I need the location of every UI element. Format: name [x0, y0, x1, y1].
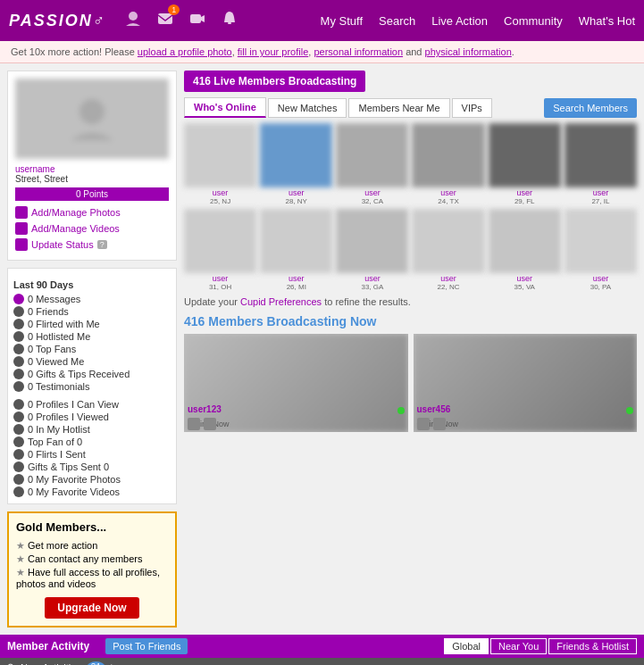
messages-icon[interactable]: 1: [156, 10, 174, 31]
add-videos-action[interactable]: Add/Manage Videos: [15, 220, 169, 237]
gold-perk-3: Have full access to all profiles, photos…: [16, 566, 168, 590]
broadcast-card-1[interactable]: user123 Online Now: [184, 334, 408, 432]
broadcast-online-dot-2: [626, 407, 633, 414]
stat-hotlist: 0 In My Hotlist: [13, 423, 171, 436]
list-item[interactable]: user 24, TX: [412, 123, 484, 205]
avatar-icon[interactable]: [124, 10, 142, 31]
bell-icon[interactable]: [221, 10, 238, 31]
stats-box: Last 90 Days 0 Messages 0 Friends 0 Flir…: [7, 268, 177, 504]
profiles-viewed-icon: [13, 411, 24, 422]
bottom-tab-global[interactable]: Global: [444, 638, 489, 654]
flirted-stat-icon: [13, 319, 24, 329]
member-photo-11: [489, 209, 561, 273]
list-item[interactable]: user 32, CA: [336, 123, 408, 205]
tab-whos-online[interactable]: Who's Online: [184, 97, 266, 118]
broadcast-action-icons-2: [417, 418, 446, 430]
bottom-tab-friends-hotlist[interactable]: Friends & Hotlist: [548, 638, 637, 654]
friends-stat-icon: [13, 306, 24, 317]
member-name-12: user: [565, 274, 637, 283]
member-name-11: user: [489, 274, 561, 283]
bottom-tab-near-you[interactable]: Near You: [490, 638, 547, 654]
tab-vips[interactable]: VIPs: [452, 98, 492, 118]
tab-members-near-me[interactable]: Members Near Me: [348, 98, 449, 118]
list-item[interactable]: user 27, IL: [565, 123, 637, 205]
nav-community[interactable]: Community: [504, 14, 563, 28]
broadcast-action-icons-1: [188, 418, 216, 430]
live-count-badge: 416 Live Members Broadcasting: [184, 71, 365, 92]
list-item[interactable]: user 28, NY: [260, 123, 332, 205]
member-photo-2: [260, 123, 332, 187]
activity-count-badge: 31: [87, 661, 105, 665]
upgrade-now-button[interactable]: Upgrade Now: [45, 597, 138, 619]
svg-point-5: [79, 99, 105, 124]
update-status-link[interactable]: Update Status: [31, 239, 94, 250]
profile-avatar[interactable]: [15, 79, 169, 159]
member-photo-4: [412, 123, 484, 187]
gold-title: Gold Members...: [16, 520, 168, 534]
svg-marker-3: [201, 15, 205, 22]
member-info-7: 31, OH: [184, 283, 256, 291]
member-name-3: user: [336, 188, 408, 197]
alert-link-photo[interactable]: upload a profile photo: [138, 46, 232, 57]
list-item[interactable]: user 31, OH: [184, 209, 256, 291]
hotlisted-stat-icon: [13, 331, 24, 342]
list-item[interactable]: user 30, PA: [565, 209, 637, 291]
add-photos-link[interactable]: Add/Manage Photos: [31, 207, 121, 218]
add-photos-action[interactable]: Add/Manage Photos: [15, 204, 169, 220]
nav-whats-hot[interactable]: What's Hot: [579, 14, 635, 28]
gifts-sent-icon: [13, 461, 24, 472]
broadcast-action-icon-1a[interactable]: [188, 418, 200, 430]
alert-link-profile[interactable]: fill in your profile: [238, 46, 308, 57]
broadcast-grid: user123 Online Now user456 Online Now: [184, 334, 637, 432]
cupid-suffix: to refine the results.: [324, 296, 411, 307]
update-status-action[interactable]: Update Status ?: [15, 237, 169, 253]
alert-link-physical[interactable]: physical information: [425, 46, 512, 57]
broadcast-action-icon-2b[interactable]: [433, 418, 446, 430]
webcam-icon[interactable]: [188, 10, 206, 31]
list-item[interactable]: user 29, FL: [489, 123, 561, 205]
stat-hotlisted: 0 Hotlisted Me: [13, 330, 171, 343]
member-name-7: user: [184, 274, 256, 283]
broadcast-section-title: 416 Members Broadcasting Now: [184, 314, 637, 328]
member-info-9: 33, GA: [336, 283, 408, 291]
stat-gifts: 0 Gifts & Tips Received: [13, 368, 171, 380]
search-members-button[interactable]: Search Members: [544, 98, 637, 118]
member-name-2: user: [260, 188, 332, 197]
alert-link-personal[interactable]: personal information: [314, 46, 403, 57]
nav-search[interactable]: Search: [379, 14, 415, 28]
tab-new-matches[interactable]: New Matches: [268, 98, 347, 118]
list-item[interactable]: user 35, VA: [489, 209, 561, 291]
status-badge: ?: [97, 240, 107, 249]
cupid-preferences-link[interactable]: Cupid Preferences: [240, 296, 322, 307]
top-fan-of-icon: [13, 436, 24, 447]
list-item[interactable]: user 22, NC: [412, 209, 484, 291]
list-item[interactable]: user 26, MI: [260, 209, 332, 291]
member-info-12: 30, PA: [565, 283, 637, 291]
broadcast-action-icon-2a[interactable]: [417, 418, 430, 430]
member-photo-12: [565, 209, 637, 273]
sidebar: username Street, Street 0 Points Add/Man…: [7, 71, 177, 628]
broadcast-action-icon-1b[interactable]: [204, 418, 216, 430]
nav-live-action[interactable]: Live Action: [431, 14, 488, 28]
activity-arrow-icon[interactable]: ▶: [111, 661, 118, 665]
cupid-preferences-text: Update your Cupid Preferences to refine …: [184, 296, 637, 307]
members-tabs: Who's Online New Matches Members Near Me…: [184, 97, 637, 118]
viewed-stat-icon: [13, 356, 24, 367]
add-videos-link[interactable]: Add/Manage Videos: [31, 223, 120, 234]
content-area: 416 Live Members Broadcasting Who's Onli…: [184, 71, 637, 628]
post-to-friends-button[interactable]: Post To Friends: [105, 638, 188, 654]
fav-photos-icon: [13, 474, 24, 485]
stat-gifts-sent: Gifts & Tips Sent 0: [13, 461, 171, 473]
bottom-tabs: Global Near You Friends & Hotlist: [444, 638, 637, 654]
list-item[interactable]: user 33, GA: [336, 209, 408, 291]
nav-my-stuff[interactable]: My Stuff: [321, 14, 363, 28]
stat-friends-label: 0 Friends: [28, 306, 69, 317]
hotlist-icon: [13, 424, 24, 435]
list-item[interactable]: user 25, NJ: [184, 123, 256, 205]
member-info-8: 26, MI: [260, 283, 332, 291]
cupid-prefix: Update your: [184, 296, 240, 307]
broadcast-card-2[interactable]: user456 Online Now: [414, 334, 638, 432]
activity-label: New Activities: [21, 662, 81, 666]
messages-stat-icon: [13, 294, 24, 304]
bottom-bar: Member Activity Post To Friends Global N…: [0, 635, 644, 658]
